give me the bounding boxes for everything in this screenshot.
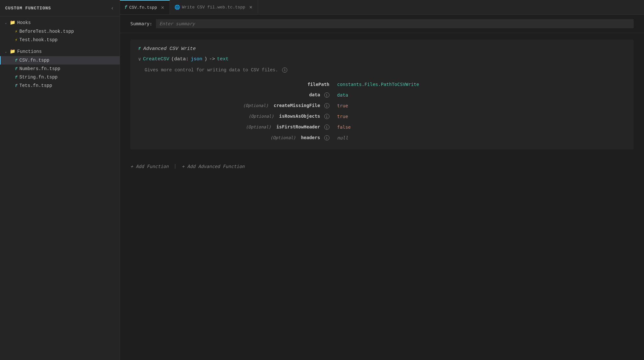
sidebar: CUSTOM FUNCTIONS ‹ ⌄ 📁 Hooks ⚡ BeforeTes…	[0, 0, 120, 360]
content-area: Summary: f Advanced CSV Write ∨ CreateCS…	[120, 15, 644, 360]
function-description: Gives more control for writing data to C…	[138, 67, 626, 73]
param-value-data: data	[333, 90, 626, 100]
sidebar-item-beforetest[interactable]: ⚡ BeforeTest.hook.tspp	[0, 27, 120, 36]
add-advanced-function-button[interactable]: + Add Advanced Function	[182, 164, 244, 169]
table-row: (Optional) isFirstRowHeader i false	[138, 122, 626, 132]
param-data-info-icon[interactable]: i	[324, 92, 329, 98]
functions-folder-icon: 📁	[10, 49, 15, 54]
param-name-headers: (Optional) headers i	[138, 132, 333, 143]
fn-arrow: ->	[209, 56, 215, 62]
param-label: (data:	[171, 56, 189, 62]
sidebar-item-numbers[interactable]: f Numbers.fn.tspp	[0, 65, 120, 73]
csv-label: CSV.fn.tspp	[19, 58, 49, 63]
function-title-fn-icon: f	[138, 46, 141, 51]
table-row: filePath constants.Files.PathToCSVWrite	[138, 79, 626, 90]
hooks-group-label: Hooks	[17, 20, 31, 25]
collapse-button[interactable]: ‹	[110, 5, 114, 12]
param-name-rowsasobjects: (Optional) isRowsAsObjects i	[138, 111, 333, 122]
param-value-rowsasobjects: true	[333, 111, 626, 122]
sidebar-item-csv[interactable]: f CSV.fn.tspp	[0, 56, 120, 65]
fn-icon-numbers: f	[15, 66, 18, 71]
tab-web-icon: 🌐	[174, 5, 180, 10]
tab-bar: f CSV.fn.tspp ✕ 🌐 Write CSV fil.web.tc.t…	[120, 0, 644, 15]
description-info-icon[interactable]: i	[282, 67, 287, 73]
fn-icon-string: f	[15, 75, 18, 80]
fn-return-type: text	[217, 56, 229, 62]
table-row: (Optional) headers i null	[138, 132, 626, 143]
numbers-label: Numbers.fn.tspp	[19, 66, 60, 71]
param-headers-info-icon[interactable]: i	[324, 135, 329, 140]
param-name-filepath: filePath	[138, 79, 333, 90]
summary-input[interactable]	[156, 19, 634, 28]
function-signature-line: ∨ CreateCSV (data: json ) -> text	[138, 56, 626, 62]
tets-label: Tets.fn.tspp	[19, 83, 52, 88]
functions-section: ⌄ 📁 Functions f CSV.fn.tspp f Numbers.fn…	[0, 45, 120, 91]
bottom-actions: + Add Function | + Add Advanced Function	[120, 156, 644, 177]
hook-icon-beforetest: ⚡	[15, 29, 18, 34]
sidebar-header: CUSTOM FUNCTIONS ‹	[0, 0, 120, 17]
tab-close-write-csv[interactable]: ✕	[248, 5, 253, 9]
add-function-button[interactable]: + Add Function	[130, 164, 169, 169]
sidebar-title: CUSTOM FUNCTIONS	[5, 6, 51, 11]
hooks-section: ⌄ 📁 Hooks ⚡ BeforeTest.hook.tspp ⚡ Test.…	[0, 17, 120, 45]
main-area: f CSV.fn.tspp ✕ 🌐 Write CSV fil.web.tc.t…	[120, 0, 644, 360]
sidebar-item-tets[interactable]: f Tets.fn.tspp	[0, 81, 120, 90]
function-title: Advanced CSV Write	[143, 46, 196, 52]
param-close: )	[204, 56, 207, 62]
fn-icon-csv: f	[15, 58, 18, 63]
table-row: data i data	[138, 90, 626, 100]
signature-chevron[interactable]: ∨	[138, 56, 141, 62]
param-firstrowheader-info-icon[interactable]: i	[324, 125, 329, 130]
fn-icon-tets: f	[15, 83, 18, 88]
hooks-group-header[interactable]: ⌄ 📁 Hooks	[0, 18, 120, 27]
param-createmissing-info-icon[interactable]: i	[324, 103, 329, 108]
tab-fn-icon-csv: f	[125, 5, 127, 10]
param-value-headers: null	[333, 132, 626, 143]
sidebar-item-string[interactable]: f String.fn.tspp	[0, 73, 120, 81]
param-name-firstrowheader: (Optional) isFirstRowHeader i	[138, 122, 333, 132]
hooks-chevron-icon: ⌄	[4, 21, 8, 25]
actions-divider: |	[174, 164, 176, 169]
tab-csv-fn[interactable]: f CSV.fn.tspp ✕	[120, 0, 170, 14]
param-value-createmissing: true	[333, 100, 626, 111]
param-rowsasobjects-info-icon[interactable]: i	[324, 114, 329, 119]
functions-group-header[interactable]: ⌄ 📁 Functions	[0, 47, 120, 56]
param-name-createmissing: (Optional) createMissingFile i	[138, 100, 333, 111]
function-name: CreateCSV	[143, 56, 169, 62]
table-row: (Optional) isRowsAsObjects i true	[138, 111, 626, 122]
hooks-folder-icon: 📁	[10, 20, 15, 25]
hook-icon-test: ⚡	[15, 37, 18, 42]
table-row: (Optional) createMissingFile i true	[138, 100, 626, 111]
functions-chevron-icon: ⌄	[4, 50, 8, 54]
param-value-firstrowheader: false	[333, 122, 626, 132]
tab-write-csv[interactable]: 🌐 Write CSV fil.web.tc.tspp ✕	[170, 0, 258, 14]
params-table: filePath constants.Files.PathToCSVWrite …	[138, 79, 626, 143]
param-type: json	[191, 56, 202, 62]
functions-group-label: Functions	[17, 49, 42, 54]
tab-close-csv[interactable]: ✕	[160, 6, 165, 10]
function-block: f Advanced CSV Write ∨ CreateCSV (data: …	[130, 40, 634, 150]
summary-label: Summary:	[130, 21, 152, 26]
param-name-data: data i	[138, 90, 333, 100]
summary-bar: Summary:	[120, 15, 644, 33]
function-title-line: f Advanced CSV Write	[138, 46, 626, 52]
test-label: Test.hook.tspp	[19, 37, 58, 42]
sidebar-item-test[interactable]: ⚡ Test.hook.tspp	[0, 36, 120, 44]
beforetest-label: BeforeTest.hook.tspp	[19, 29, 74, 34]
tab-label-csv: CSV.fn.tspp	[129, 5, 157, 10]
param-value-filepath: constants.Files.PathToCSVWrite	[333, 79, 626, 90]
tab-label-write-csv: Write CSV fil.web.tc.tspp	[182, 5, 245, 10]
string-label: String.fn.tspp	[19, 75, 58, 80]
